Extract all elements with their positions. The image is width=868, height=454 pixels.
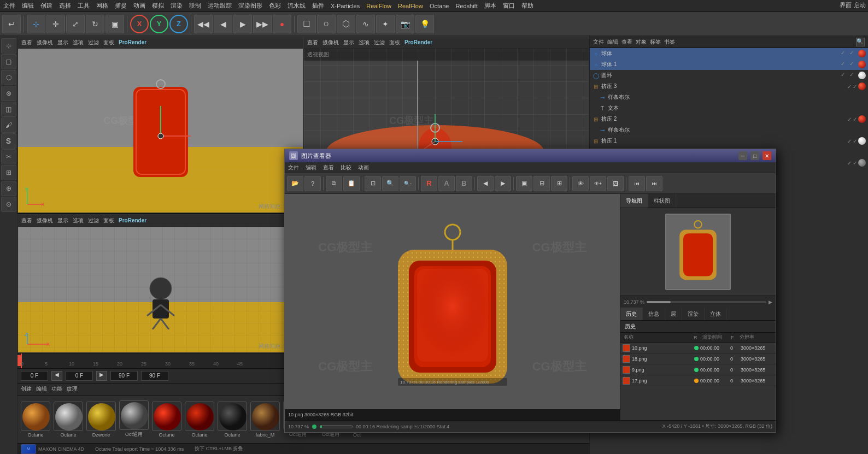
- scene-tb-file[interactable]: 文件: [593, 38, 604, 46]
- iv-tab-histogram[interactable]: 柱状图: [648, 194, 676, 208]
- iv-tb-render-next[interactable]: ⏭: [646, 176, 662, 191]
- iv-menu-edit[interactable]: 编辑: [306, 164, 316, 172]
- menu-connect[interactable]: 联制: [189, 2, 201, 10]
- viewport-bottom-left[interactable]: 查看 摄像机 显示 选项 过滤 面板 ProRender CG极型主: [17, 214, 303, 353]
- iv-tb-next[interactable]: ▶: [495, 176, 511, 191]
- mat-item-7[interactable]: fabric_M: [250, 402, 280, 438]
- mat-item-4[interactable]: Octane: [152, 402, 181, 438]
- menu-realflow2[interactable]: RealFlow: [398, 3, 423, 9]
- iv-tab-navigator[interactable]: 导航图: [620, 194, 648, 208]
- sidebar-knife[interactable]: ✂: [1, 149, 16, 164]
- frame-step-back[interactable]: ◀: [51, 371, 62, 381]
- sidebar-grid[interactable]: ⊞: [1, 165, 16, 180]
- mat-item-1[interactable]: Octane: [54, 402, 83, 438]
- mat-item-5[interactable]: Octane: [185, 402, 214, 438]
- viewport-top-left[interactable]: 查看 摄像机 显示 选项 过滤 面板 ProRender CG极型主: [17, 36, 303, 213]
- tb-select-move[interactable]: ⊹: [27, 15, 45, 33]
- tree-item-extrude3[interactable]: ⊞ 挤压 3 ✓ ✓: [590, 81, 868, 92]
- vp-tl-prorender[interactable]: ProRender: [119, 39, 146, 45]
- mat-create[interactable]: 创建: [21, 385, 32, 393]
- tb-play-back[interactable]: ◀◀: [194, 15, 213, 33]
- iv-btab-layer[interactable]: 层: [665, 308, 682, 320]
- tb-camera[interactable]: 📷: [396, 15, 414, 33]
- iv-tb-help[interactable]: ?: [304, 176, 321, 191]
- vp-bl-prorender[interactable]: ProRender: [119, 217, 146, 223]
- iv-tb-layout1[interactable]: ▣: [516, 176, 532, 191]
- iv-menu-view[interactable]: 查看: [323, 164, 334, 172]
- iv-close-btn[interactable]: ✕: [763, 151, 771, 160]
- iv-tb-copy[interactable]: ⧉: [326, 176, 342, 191]
- iv-tb-layout3[interactable]: ⊞: [551, 176, 567, 191]
- iv-main-view[interactable]: CG极型主 CG极型主 CG极型主 CG极型主: [285, 194, 620, 420]
- tb-light[interactable]: 💡: [415, 15, 434, 33]
- vp-bl-display[interactable]: 显示: [57, 217, 68, 225]
- tb-next-frame[interactable]: ▶▶: [253, 15, 272, 33]
- iv-tb-zoom-in[interactable]: 🔍: [382, 176, 398, 191]
- history-row-1[interactable]: 18.png 00:00:00 0 3000×3265: [620, 353, 776, 364]
- corner-startup[interactable]: 启动: [854, 1, 866, 9]
- iv-tb-channels-b[interactable]: B: [456, 176, 472, 191]
- tb-play[interactable]: ▶: [233, 15, 252, 33]
- iv-zoom-arrow[interactable]: ▶: [769, 299, 772, 305]
- menu-script[interactable]: 脚本: [484, 2, 496, 10]
- vp-tl-display[interactable]: 显示: [57, 39, 68, 46]
- menu-rendergraph[interactable]: 渲染图形: [238, 2, 262, 10]
- menu-snap[interactable]: 捕捉: [115, 2, 127, 10]
- menu-xparticles[interactable]: X-Particles: [331, 3, 360, 9]
- mat-edit[interactable]: 编辑: [36, 385, 47, 393]
- iv-btab-info[interactable]: 信息: [643, 308, 665, 320]
- menu-help[interactable]: 帮助: [521, 2, 533, 10]
- iv-zoom-track[interactable]: [647, 301, 766, 303]
- iv-tb-open[interactable]: 📂: [287, 176, 303, 191]
- menu-redshift[interactable]: Redshift: [455, 3, 477, 9]
- sidebar-poly-select[interactable]: ⬡: [1, 70, 16, 85]
- iv-minimize-btn[interactable]: ─: [738, 151, 747, 160]
- tb-transform[interactable]: ▣: [105, 15, 124, 33]
- tree-item-sphere2[interactable]: ○ 球体.1 ✓ ✓: [590, 59, 868, 70]
- vp-bl-view[interactable]: 查看: [21, 217, 32, 225]
- tb-scale[interactable]: ⤢: [66, 15, 85, 33]
- frame-start-input[interactable]: [21, 371, 48, 381]
- iv-tb-eye[interactable]: 👁: [572, 176, 589, 191]
- scene-tb-view[interactable]: 查看: [621, 38, 632, 46]
- menu-motiontrack[interactable]: 运动跟踪: [208, 2, 232, 10]
- mat-item-3[interactable]: Oct通用: [119, 400, 149, 438]
- history-row-3[interactable]: 17.png 00:00:00 0 3000×3265: [620, 375, 776, 386]
- vp-tr-panel[interactable]: 面板: [389, 39, 400, 46]
- scene-tb-objects[interactable]: 对象: [636, 38, 647, 46]
- tb-record[interactable]: ●: [273, 15, 291, 33]
- iv-tb-pic[interactable]: 🖼: [607, 176, 624, 191]
- iv-tb-zoom-fit[interactable]: ⊡: [365, 176, 381, 191]
- sidebar-move-tool[interactable]: ⊹: [1, 38, 16, 54]
- tb-sphere[interactable]: ○: [317, 15, 336, 33]
- history-row-2[interactable]: 9.png 00:00:00 0 3000×3265: [620, 364, 776, 375]
- vp-tr-prorender[interactable]: ProRender: [404, 39, 432, 45]
- tb-axis-z[interactable]: Z: [169, 15, 188, 33]
- vp-bl-filter[interactable]: 过滤: [88, 217, 99, 225]
- menu-octane[interactable]: Octane: [430, 3, 449, 9]
- mat-item-2[interactable]: Dzwone: [86, 402, 116, 438]
- iv-tb-layout2[interactable]: ⊟: [533, 176, 550, 191]
- history-row-0[interactable]: 10.png 00:00:00 0 3000×3265: [620, 343, 776, 353]
- sidebar-loop[interactable]: ◫: [1, 102, 16, 117]
- vp-tl-filter[interactable]: 过滤: [88, 39, 99, 46]
- corner-interface[interactable]: 界面: [840, 1, 852, 9]
- vp-tr-view[interactable]: 查看: [307, 39, 318, 46]
- frame-step-fwd[interactable]: ▶: [96, 371, 107, 381]
- scene-search-icon[interactable]: 🔍: [856, 38, 865, 46]
- vp-tl-view[interactable]: 查看: [21, 39, 32, 46]
- sidebar-s[interactable]: S: [1, 133, 16, 149]
- menu-render[interactable]: 渲染: [171, 2, 183, 10]
- frame-end-input[interactable]: [110, 371, 138, 381]
- menu-animate[interactable]: 动画: [133, 2, 145, 10]
- mat-item-0[interactable]: Octane: [21, 402, 50, 438]
- vp-tl-options[interactable]: 选项: [73, 39, 84, 46]
- iv-menu-file[interactable]: 文件: [288, 164, 299, 172]
- menu-file[interactable]: 文件: [3, 2, 15, 10]
- menu-plugins[interactable]: 插件: [312, 2, 324, 10]
- vp-tr-display[interactable]: 显示: [343, 39, 354, 46]
- tree-item-extrude2[interactable]: ⊞ 挤压 2 ✓ ✓: [590, 114, 868, 125]
- iv-menu-compare[interactable]: 比较: [341, 164, 351, 172]
- tb-axis-y[interactable]: Y: [150, 15, 168, 33]
- tb-cube[interactable]: □: [297, 15, 316, 33]
